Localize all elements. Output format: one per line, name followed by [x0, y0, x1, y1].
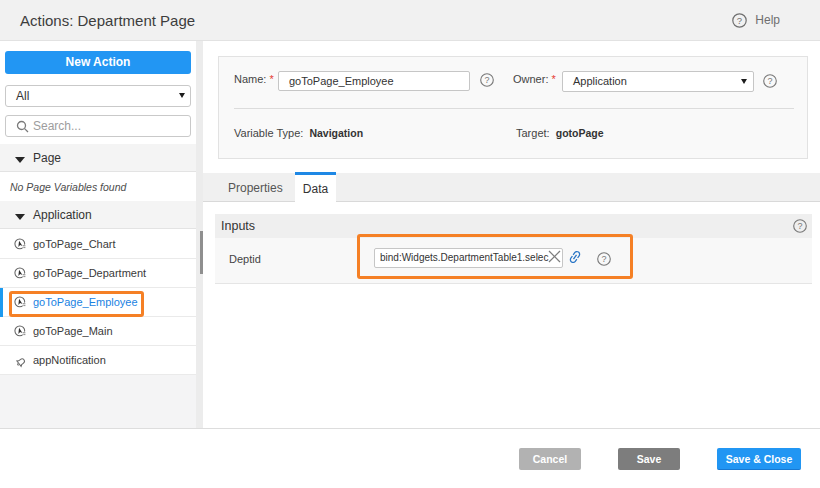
svg-text:?: ? [484, 75, 489, 85]
svg-text:?: ? [767, 76, 772, 86]
svg-text:?: ? [737, 15, 742, 26]
svg-text:?: ? [797, 221, 802, 231]
svg-text:?: ? [601, 254, 606, 264]
